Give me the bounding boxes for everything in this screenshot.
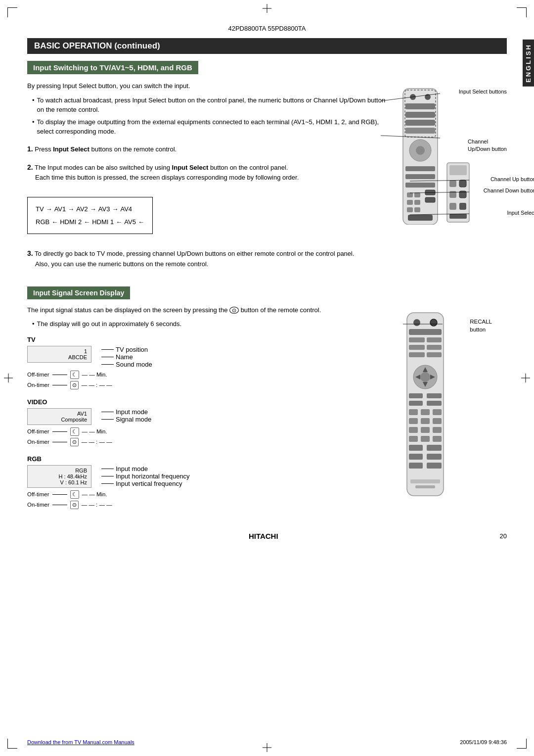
video-off-timer-icon: ☾ [70,427,79,436]
svg-rect-71 [427,454,442,460]
rgb-annotations: Input mode Input horizontal frequency In… [101,465,190,487]
signal-bullet: The display will go out in approximately… [27,319,393,329]
rgb-off-timer-val: — — Min. [82,491,107,497]
svg-rect-44 [409,352,425,357]
step-3: 3. To directly go back to TV mode, press… [27,248,388,270]
video-timers: Off-timer ☾ — — Min. On-timer ⊙ — — : — … [27,427,393,446]
flow-row-1: TV AV1 AV2 AV3 AV4 [36,203,144,215]
svg-rect-57 [421,409,430,415]
tv-on-timer-val: — — : — — [82,382,112,388]
svg-rect-17 [407,200,413,205]
tv-ann-sound: Sound mode [101,361,152,368]
flow-rgb: RGB [36,216,49,228]
step-2-detail: Each time this button is pressed, the sc… [27,174,299,181]
page: 42PD8800TA 55PD8800TA ENGLISH BASIC OPER… [0,0,534,756]
svg-rect-5 [405,112,435,118]
svg-rect-20 [414,207,420,212]
svg-rect-15 [407,192,413,197]
rgb-on-timer-row: On-timer ⊙ — — : — — [27,501,393,509]
rgb-v-val: V : 60.1 Hz [32,479,87,485]
svg-rect-42 [409,345,425,350]
flow-row-2: RGB HDMI 2 HDMI 1 AV5 [36,216,144,228]
signal-intro: The input signal status can be displayed… [27,305,393,316]
rgb-on-timer-icon: ⊙ [70,501,79,509]
flow-arrow-3 [90,203,96,215]
signal-display-section: The input signal status can be displayed… [27,305,507,518]
svg-rect-66 [421,436,430,442]
page-number: 20 [500,532,507,540]
svg-point-37 [413,319,420,326]
tv-pos-val: 1 [32,348,87,354]
line-tv-name [101,357,114,357]
bullet-1: To watch actual broadcast, press Input S… [27,95,388,115]
tv-pos-label: TV position [116,346,148,353]
line-tv-sound [101,364,114,365]
video-diagram-row: AV1 Composite Input mode Sign [27,408,393,425]
flow-av4: AV4 [120,203,132,215]
flow-arrow-8 [138,216,144,228]
svg-rect-69 [427,445,442,451]
svg-rect-32 [449,214,467,219]
step-2-number: 2. [27,163,33,171]
svg-rect-43 [427,345,442,350]
flow-av1: AV1 [54,203,66,215]
flow-diagram: TV AV1 AV2 AV3 AV4 RGB HDMI 2 [27,197,153,234]
svg-rect-6 [405,120,435,126]
flow-av3: AV3 [98,203,110,215]
step-1-text-after: buttons on the remote control. [89,145,177,153]
video-annotations: Input mode Signal mode [101,408,151,423]
label-ch-down: Channel Down button [484,188,534,193]
footer-date: 2005/11/09 9:48:36 [460,739,507,745]
video-off-timer-label: Off-timer [27,428,49,434]
tv-sound-label: Sound mode [116,361,152,368]
line-rgb-h [101,476,114,476]
tv-annotations: TV position Name Sound mode [101,346,152,368]
svg-rect-52 [409,393,423,398]
rgb-h-label: Input horizontal frequency [116,472,190,480]
svg-rect-29 [449,191,456,198]
svg-rect-11 [405,174,435,179]
line-rgb-input [101,469,114,469]
svg-rect-30 [449,203,456,210]
recall-circle-icon: ⊙ [229,307,239,314]
tv-ann-name: Name [101,353,152,361]
step-1-number: 1. [27,145,33,153]
flow-hdmi2: HDMI 2 [60,216,82,228]
svg-rect-40 [409,337,425,342]
video-ann-input: Input mode [101,408,151,416]
step-2-text-after: button on the control panel. [208,164,288,171]
brand-name: HITACHI [249,532,278,540]
svg-rect-54 [409,401,423,406]
video-mode-val: AV1 [32,411,87,417]
svg-rect-12 [405,183,435,188]
tv-off-timer-row: Off-timer ☾ — — Min. [27,371,393,379]
tv-on-timer-icon: ⊙ [70,381,79,389]
label-input-select: Input Select [507,210,534,216]
footer-link[interactable]: Download the from TV Manual.com Manuals [27,739,134,745]
svg-rect-63 [421,427,430,433]
rgb-on-timer-label: On-timer [27,502,49,508]
flow-hdmi1: HDMI 1 [92,216,114,228]
tv-off-timer-label: Off-timer [27,372,49,378]
svg-rect-41 [427,337,442,342]
video-signal-label: Signal mode [116,416,151,423]
svg-rect-56 [409,409,418,415]
svg-rect-31 [459,203,466,210]
svg-rect-58 [433,409,442,415]
svg-rect-21 [408,215,433,221]
svg-point-2 [410,94,416,100]
rgb-label: RGB [27,455,393,463]
remote-top-container: Input Select buttons ChannelUp/Down butt… [398,86,443,226]
rgb-ann-h: Input horizontal frequency [101,472,190,480]
svg-rect-55 [427,401,442,406]
step-3-number: 3. [27,249,33,257]
svg-rect-13 [425,190,435,195]
tv-name-val: ABCDE [32,354,87,360]
rgb-h-val: H : 48.4kHz [32,473,87,479]
remote-2-container: Channel Up button Channel Down button In… [445,160,472,226]
page-bottom: HITACHI 20 [0,528,534,544]
flow-tv: TV [36,203,44,215]
svg-rect-67 [433,436,442,442]
video-input-label: Input mode [116,408,148,416]
svg-rect-7 [405,128,435,134]
